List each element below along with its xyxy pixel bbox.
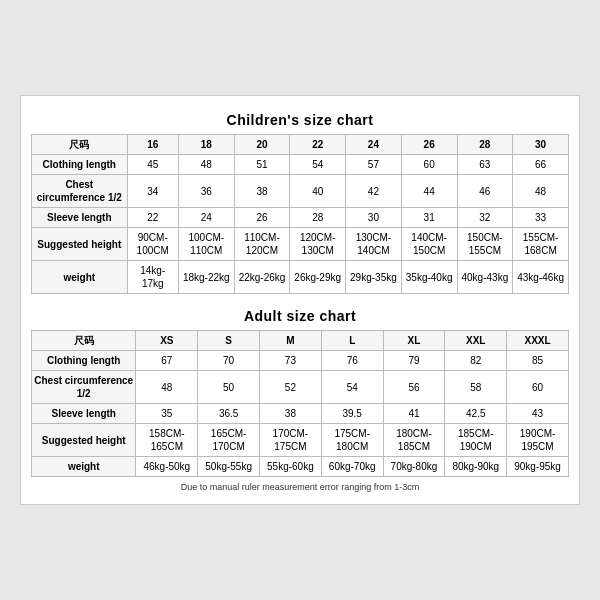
adult-col-header: XS [136, 331, 198, 351]
row-label: Clothing length [32, 155, 128, 175]
cell-value: 29kg-35kg [346, 261, 402, 294]
row-label: Chest circumference 1/2 [32, 371, 136, 404]
row-label: Sleeve length [32, 208, 128, 228]
children-chart-title: Children's size chart [31, 106, 569, 134]
cell-value: 190CM-195CM [507, 424, 569, 457]
adult-col-header: 尺码 [32, 331, 136, 351]
adult-col-header: L [321, 331, 383, 351]
cell-value: 58 [445, 371, 507, 404]
cell-value: 43kg-46kg [513, 261, 569, 294]
cell-value: 38 [260, 404, 322, 424]
table-row: Chest circumference 1/248505254565860 [32, 371, 569, 404]
cell-value: 70 [198, 351, 260, 371]
size-chart-container: Children's size chart 尺码1618202224262830… [20, 95, 580, 505]
cell-value: 158CM-165CM [136, 424, 198, 457]
cell-value: 170CM-175CM [260, 424, 322, 457]
table-row: Clothing length4548515457606366 [32, 155, 569, 175]
cell-value: 80kg-90kg [445, 457, 507, 477]
children-col-header: 22 [290, 135, 346, 155]
cell-value: 165CM-170CM [198, 424, 260, 457]
cell-value: 90CM-100CM [127, 228, 178, 261]
cell-value: 50 [198, 371, 260, 404]
row-label: Suggested height [32, 424, 136, 457]
cell-value: 35 [136, 404, 198, 424]
cell-value: 50kg-55kg [198, 457, 260, 477]
cell-value: 36.5 [198, 404, 260, 424]
children-col-header: 26 [401, 135, 457, 155]
children-col-header: 30 [513, 135, 569, 155]
cell-value: 54 [290, 155, 346, 175]
cell-value: 67 [136, 351, 198, 371]
cell-value: 79 [383, 351, 445, 371]
cell-value: 34 [127, 175, 178, 208]
cell-value: 45 [127, 155, 178, 175]
cell-value: 46 [457, 175, 513, 208]
adult-size-table: 尺码XSSMLXLXXLXXXL Clothing length67707376… [31, 330, 569, 477]
cell-value: 38 [234, 175, 290, 208]
cell-value: 185CM-190CM [445, 424, 507, 457]
cell-value: 24 [178, 208, 234, 228]
cell-value: 48 [136, 371, 198, 404]
table-row: Suggested height90CM-100CM100CM-110CM110… [32, 228, 569, 261]
adult-col-header: M [260, 331, 322, 351]
cell-value: 175CM-180CM [321, 424, 383, 457]
cell-value: 26 [234, 208, 290, 228]
table-row: Suggested height158CM-165CM165CM-170CM17… [32, 424, 569, 457]
cell-value: 90kg-95kg [507, 457, 569, 477]
cell-value: 51 [234, 155, 290, 175]
cell-value: 180CM-185CM [383, 424, 445, 457]
cell-value: 110CM-120CM [234, 228, 290, 261]
cell-value: 70kg-80kg [383, 457, 445, 477]
cell-value: 30 [346, 208, 402, 228]
adult-col-header: S [198, 331, 260, 351]
cell-value: 52 [260, 371, 322, 404]
cell-value: 46kg-50kg [136, 457, 198, 477]
cell-value: 35kg-40kg [401, 261, 457, 294]
cell-value: 26kg-29kg [290, 261, 346, 294]
row-label: weight [32, 457, 136, 477]
cell-value: 36 [178, 175, 234, 208]
cell-value: 140CM-150CM [401, 228, 457, 261]
cell-value: 39.5 [321, 404, 383, 424]
cell-value: 150CM-155CM [457, 228, 513, 261]
cell-value: 55kg-60kg [260, 457, 322, 477]
row-label: Chest circumference 1/2 [32, 175, 128, 208]
cell-value: 60 [507, 371, 569, 404]
cell-value: 22kg-26kg [234, 261, 290, 294]
children-col-header: 20 [234, 135, 290, 155]
table-row: weight46kg-50kg50kg-55kg55kg-60kg60kg-70… [32, 457, 569, 477]
cell-value: 31 [401, 208, 457, 228]
cell-value: 100CM-110CM [178, 228, 234, 261]
children-col-header: 16 [127, 135, 178, 155]
table-row: Sleeve length3536.53839.54142.543 [32, 404, 569, 424]
cell-value: 43 [507, 404, 569, 424]
cell-value: 33 [513, 208, 569, 228]
row-label: Suggested height [32, 228, 128, 261]
children-col-header: 尺码 [32, 135, 128, 155]
cell-value: 32 [457, 208, 513, 228]
children-col-header: 18 [178, 135, 234, 155]
cell-value: 73 [260, 351, 322, 371]
children-col-header: 28 [457, 135, 513, 155]
children-size-table: 尺码1618202224262830 Clothing length454851… [31, 134, 569, 294]
cell-value: 42 [346, 175, 402, 208]
adult-col-header: XL [383, 331, 445, 351]
children-col-header: 24 [346, 135, 402, 155]
cell-value: 18kg-22kg [178, 261, 234, 294]
cell-value: 155CM-168CM [513, 228, 569, 261]
table-row: Chest circumference 1/23436384042444648 [32, 175, 569, 208]
cell-value: 82 [445, 351, 507, 371]
row-label: weight [32, 261, 128, 294]
cell-value: 85 [507, 351, 569, 371]
adult-col-header: XXL [445, 331, 507, 351]
cell-value: 66 [513, 155, 569, 175]
cell-value: 28 [290, 208, 346, 228]
cell-value: 42.5 [445, 404, 507, 424]
cell-value: 44 [401, 175, 457, 208]
table-row: weight14kg-17kg18kg-22kg22kg-26kg26kg-29… [32, 261, 569, 294]
cell-value: 120CM-130CM [290, 228, 346, 261]
cell-value: 60kg-70kg [321, 457, 383, 477]
adult-chart-title: Adult size chart [31, 302, 569, 330]
cell-value: 56 [383, 371, 445, 404]
cell-value: 48 [513, 175, 569, 208]
